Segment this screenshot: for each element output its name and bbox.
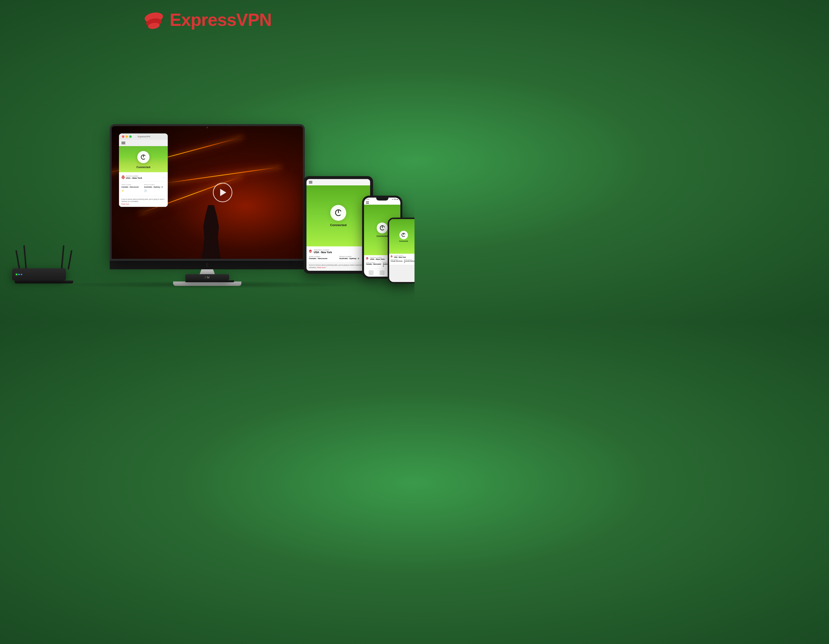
expressvpn-logo-icon: [143, 11, 165, 29]
promo-text: If you're serious about protecting data,…: [121, 198, 165, 202]
iphone-nav-home[interactable]: [380, 270, 385, 275]
iphone-small-suggestions: Smart Location Canada Vancouver Recent L…: [391, 259, 414, 264]
iphone-time: 9:41: [366, 199, 369, 200]
iphone-menu-button[interactable]: [366, 202, 369, 204]
recent-location-name: Australia - Sydney - 2: [144, 186, 165, 188]
promo-section: If you're serious about protecting data,…: [119, 196, 168, 207]
appletv-body:  tv: [185, 274, 229, 280]
imac-screen: ExpressVPN: [110, 124, 305, 261]
iphone-small-loc-name: USA - New York: [394, 256, 406, 258]
ham-line: [366, 202, 369, 203]
router-antenna-2: [24, 245, 27, 270]
current-location-label: Current Location: [126, 175, 142, 177]
menu-button[interactable]: [121, 142, 125, 144]
hamburger-line: [121, 144, 125, 144]
iphone-small-recent-loc-name: Australia Sydney - 2: [404, 260, 414, 264]
appletv-base: [185, 280, 234, 282]
router-antenna-4: [61, 245, 65, 270]
ipad-location-row: Selected Location USA - New York ···: [309, 249, 368, 254]
devices-container: ExpressVPN: [0, 37, 414, 305]
router-body: [12, 268, 66, 281]
ipad-selected-location-name: USA - New York: [314, 251, 332, 254]
ipad-ham-line: [309, 181, 312, 182]
iphone-small-power-button[interactable]: [399, 231, 408, 239]
more-options-button[interactable]: ···: [162, 176, 165, 178]
iphone-menu-bar: [364, 200, 400, 205]
iphone-small-recent-loc[interactable]: Recent Location Australia Sydney - 2: [404, 259, 414, 264]
ipad-power-icon: [334, 208, 343, 217]
current-location-row: Current Location USA - New York ···: [121, 174, 165, 180]
ipad-read-more[interactable]: Read more: [317, 267, 326, 268]
appletv-device:  tv: [185, 274, 234, 282]
iphone-small-connected-area: Connected: [389, 219, 414, 254]
imac-screen-content: ExpressVPN: [112, 126, 303, 259]
header: ExpressVPN: [0, 0, 414, 37]
iphone-small-outer: Connected Current Location USA - New Yor…: [388, 218, 414, 283]
ipad-location-suggestions: Smart Location Canada - Vancouver Recent…: [309, 256, 368, 260]
hamburger-line: [121, 142, 125, 142]
iphone-small-screen: Connected Current Location USA - New Yor…: [389, 219, 414, 282]
power-icon: [140, 154, 147, 160]
iphone-power-button[interactable]: [377, 223, 388, 234]
connected-status: Connected: [137, 166, 150, 169]
smart-location-suggestion[interactable]: Smart Location Canada - Vancouver ⚡: [121, 184, 143, 193]
ipad-us-flag: [309, 250, 312, 253]
appletv-label: tv: [207, 276, 210, 279]
iphone-smart-loc[interactable]: Smart Location Canada - Vancouver: [366, 262, 381, 267]
app-menu-bar: [119, 140, 168, 146]
play-button[interactable]: [213, 183, 232, 202]
wifi-icon: ⦿: [394, 199, 396, 200]
ipad-screen: Connected Selected Location USA - New Yo…: [306, 179, 370, 271]
iphone-small-device: Connected Current Location USA - New Yor…: [388, 218, 414, 283]
iphone-smart-loc-name: Canada - Vancouver: [366, 263, 381, 265]
ipad-smart-location-label: Smart Location: [309, 256, 337, 257]
lightning-icon: ⚡: [121, 189, 124, 192]
apple-logo: : [206, 262, 208, 268]
iphone-status-icons: ▪▪▪ ⦿ ▬: [392, 199, 398, 200]
minimize-button[interactable]: [126, 136, 128, 138]
router-antenna-1: [15, 250, 20, 270]
ipad-promo-section: If you're serious about protecting data,…: [306, 262, 370, 271]
power-button[interactable]: [137, 151, 150, 163]
appletv-apple-logo: : [205, 276, 206, 279]
ham-line: [366, 203, 369, 204]
ipad-vpn-app: Connected Selected Location USA - New Yo…: [306, 179, 370, 271]
recent-location-suggestion[interactable]: Recent Location Australia - Sydney - 2 🕐: [144, 184, 165, 193]
ipad-smart-location-name: Canada - Vancouver: [309, 257, 337, 260]
ham-line: [366, 202, 369, 202]
maximize-button[interactable]: [129, 136, 132, 138]
read-more-link[interactable]: Read more: [121, 203, 165, 205]
router-device: [12, 244, 76, 283]
ipad-menu-bar: [306, 179, 370, 185]
iphone-small-smart-loc[interactable]: Smart Location Canada Vancouver: [391, 259, 403, 264]
hamburger-line: [121, 143, 125, 143]
ipad-power-button[interactable]: [330, 205, 346, 221]
current-location-name: USA - New York: [126, 177, 142, 179]
iphone-small-flag: [391, 256, 392, 257]
clock-icon: 🕐: [144, 189, 147, 192]
ipad-selected-location-label: Selected Location: [314, 249, 332, 251]
ipad-smart-location[interactable]: Smart Location Canada - Vancouver: [309, 256, 337, 260]
iphone-small-location-info: Current Location USA - New York Smart Lo…: [389, 254, 414, 265]
connected-area: Connected: [119, 146, 168, 172]
iphone-power-icon: [379, 224, 386, 231]
brand-name: ExpressVPN: [170, 10, 272, 30]
close-button[interactable]: [122, 136, 125, 138]
ipad-connected-area: Connected: [306, 185, 370, 246]
iphone-small-power-icon: [401, 232, 406, 238]
ipad-menu-button[interactable]: [309, 181, 312, 183]
vpn-desktop-app: ExpressVPN: [119, 133, 168, 207]
router-base: [15, 281, 73, 283]
smart-location-label: Smart Location: [121, 184, 143, 185]
app-title: ExpressVPN: [138, 136, 150, 138]
iphone-small-connected-status: Connected: [399, 240, 408, 242]
iphone-connected-status: Connected: [377, 235, 388, 237]
iphone-notch: [376, 197, 388, 200]
recent-location-label: Recent Location: [144, 184, 165, 185]
router-antenna-3: [68, 250, 72, 270]
play-triangle-icon: [220, 189, 226, 196]
iphone-selected-loc-name: USA - New York: [370, 258, 385, 260]
smart-location-name: Canada - Vancouver: [121, 186, 143, 188]
battery-icon: ▬: [396, 199, 398, 200]
iphone-nav-back[interactable]: [369, 270, 374, 275]
